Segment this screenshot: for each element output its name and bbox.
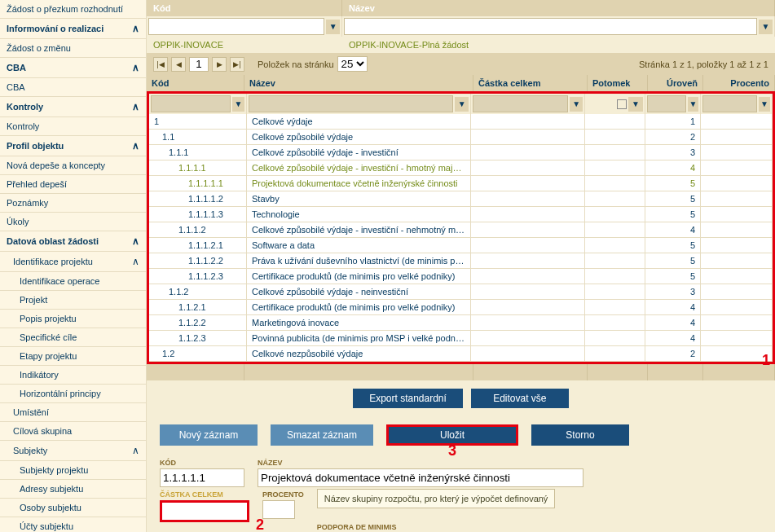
- table-row[interactable]: 1.1.2.3Povinná publicita (de minimis pro…: [149, 331, 773, 346]
- cell-kod: 1.1.1.2.2: [149, 253, 247, 268]
- col-filter-potomek-checkbox[interactable]: [617, 99, 627, 109]
- cell-castka: [471, 114, 585, 129]
- sidebar-item[interactable]: Subjekty projektu: [0, 461, 146, 480]
- cell-uroven: 5: [645, 176, 701, 191]
- col-filter-nazev[interactable]: [249, 95, 453, 112]
- sidebar-item[interactable]: Horizontální principy: [0, 385, 146, 403]
- col-filter-procento[interactable]: [702, 95, 757, 112]
- sidebar-item[interactable]: Umístění: [0, 403, 146, 422]
- cancel-button[interactable]: Storno: [531, 424, 629, 446]
- filter-funnel-icon[interactable]: ▼: [688, 97, 698, 112]
- filter-funnel-icon[interactable]: ▼: [759, 97, 770, 112]
- col-header-castka[interactable]: Částka celkem: [473, 75, 588, 91]
- col-filter-castka[interactable]: [473, 95, 568, 112]
- table-row[interactable]: 1.1.1.1.2Stavby5: [149, 191, 773, 207]
- sidebar-subheader[interactable]: Identifikace projektu∧: [0, 252, 146, 272]
- tooltip: Název skupiny rozpočtu, pro který je výp…: [317, 489, 556, 508]
- sidebar-item[interactable]: CBA: [0, 78, 146, 97]
- filter-funnel-icon[interactable]: ▼: [326, 20, 340, 34]
- sidebar-item[interactable]: Osoby subjektu: [0, 499, 146, 517]
- col-header-potomek[interactable]: Potomek: [588, 75, 648, 91]
- col-header-uroven[interactable]: Úroveň: [648, 75, 703, 91]
- sidebar-item[interactable]: Žádost o přezkum rozhodnutí: [0, 0, 146, 19]
- sidebar-item[interactable]: Identifikace operace: [0, 272, 146, 291]
- export-button[interactable]: Export standardní: [353, 389, 463, 408]
- sidebar-item[interactable]: Přehled depeší: [0, 175, 146, 194]
- form-section: KÓD NÁZEV ČÁSTKA CELKEM 2 PROCENTO: [147, 454, 775, 532]
- filter-input-nazev[interactable]: [344, 18, 757, 35]
- table-row[interactable]: 1.1.1Celkové způsobilé výdaje - investič…: [149, 145, 773, 160]
- result-link-kod[interactable]: OPPIK-INOVACE: [147, 37, 342, 53]
- sidebar-header-cba[interactable]: CBA∧: [0, 58, 146, 78]
- pager-last-button[interactable]: ▶|: [230, 57, 244, 72]
- cell-procento: [701, 130, 773, 144]
- delete-record-button[interactable]: Smazat záznam: [271, 424, 373, 446]
- col-filter-kod[interactable]: [151, 95, 231, 112]
- table-row[interactable]: 1.2Celkové nezpůsobilé výdaje2: [149, 346, 773, 362]
- table-row[interactable]: 1.1.1.1.1Projektová dokumentace včetně i…: [149, 176, 773, 191]
- filter-input-kod[interactable]: [148, 18, 324, 35]
- sidebar-header-datova[interactable]: Datová oblast žádosti∧: [0, 231, 146, 252]
- sidebar-item[interactable]: Účty subjektu: [0, 517, 146, 532]
- table-row[interactable]: 1.1.1.1.3Technologie5: [149, 207, 773, 222]
- cell-kod: 1.1.1.1.1: [149, 176, 247, 191]
- filter-funnel-icon[interactable]: ▼: [759, 20, 773, 34]
- result-link-nazev[interactable]: OPPIK-INOVACE-Plná žádost: [342, 37, 775, 53]
- cell-potomek: [585, 114, 645, 129]
- per-page-select[interactable]: 25: [337, 56, 368, 72]
- sidebar-item[interactable]: Nová depeše a koncepty: [0, 156, 146, 175]
- filter-funnel-icon[interactable]: ▼: [628, 97, 643, 112]
- filter-funnel-icon[interactable]: ▼: [232, 97, 244, 112]
- sidebar-item[interactable]: Projekt: [0, 291, 146, 310]
- form-input-castka[interactable]: [162, 503, 247, 520]
- pager-prev-button[interactable]: ◀: [171, 57, 186, 72]
- filter-funnel-icon[interactable]: ▼: [570, 97, 583, 112]
- cell-potomek: [585, 284, 645, 299]
- sidebar-item[interactable]: Indikátory: [0, 366, 146, 385]
- sidebar-item[interactable]: Kontroly: [0, 117, 146, 136]
- sidebar-item[interactable]: Popis projektu: [0, 310, 146, 328]
- pager-status: Stránka 1 z 1, položky 1 až 1 z 1: [639, 59, 768, 69]
- col-header-procento[interactable]: Procento: [703, 75, 775, 91]
- filter-funnel-icon[interactable]: ▼: [455, 97, 469, 112]
- table-row[interactable]: 1.1.2.2Marketingová inovace4: [149, 315, 773, 331]
- cell-uroven: 5: [645, 191, 701, 206]
- sidebar-header-kontroly[interactable]: Kontroly∧: [0, 97, 146, 117]
- table-row[interactable]: 1.1.1.2.1Software a data5: [149, 238, 773, 253]
- sidebar-item[interactable]: Etapy projektu: [0, 347, 146, 366]
- col-filter-uroven[interactable]: [647, 95, 686, 112]
- table-row[interactable]: 1.1.1.1Celkové způsobilé výdaje - invest…: [149, 160, 773, 176]
- form-input-procento[interactable]: [262, 500, 295, 519]
- table-row[interactable]: 1.1.1.2.2Práva k užívání duševního vlast…: [149, 253, 773, 269]
- form-input-nazev[interactable]: [258, 468, 583, 487]
- table-row[interactable]: 1.1.1.2Celkové způsobilé výdaje - invest…: [149, 222, 773, 238]
- cell-uroven: 3: [645, 284, 701, 299]
- pager-next-button[interactable]: ▶: [212, 57, 227, 72]
- table-row[interactable]: 1Celkové výdaje1: [149, 114, 773, 130]
- form-input-kod[interactable]: [160, 468, 244, 487]
- pager-first-button[interactable]: |◀: [153, 57, 168, 72]
- col-header-kod[interactable]: Kód: [147, 75, 244, 91]
- sidebar-item[interactable]: Úkoly: [0, 213, 146, 231]
- table-row[interactable]: 1.1.1.2.3Certifikace produktů (de minimi…: [149, 269, 773, 284]
- sidebar-header-profil[interactable]: Profil objektu∧: [0, 136, 146, 156]
- edit-all-button[interactable]: Editovat vše: [471, 389, 569, 408]
- sidebar-header-informovani[interactable]: Informování o realizaci∧: [0, 19, 146, 39]
- sidebar-subheader-subjekty[interactable]: Subjekty∧: [0, 441, 146, 461]
- sidebar-item[interactable]: Cílová skupina: [0, 422, 146, 441]
- table-row[interactable]: 1.1.2.1Certifikace produktů (de minimis …: [149, 300, 773, 315]
- new-record-button[interactable]: Nový záznam: [160, 424, 258, 446]
- table-row[interactable]: 1.1Celkové způsobilé výdaje2: [149, 130, 773, 145]
- sidebar-item[interactable]: Specifické cíle: [0, 328, 146, 347]
- col-header-nazev[interactable]: Název: [244, 75, 473, 91]
- cell-potomek: [585, 207, 645, 222]
- sidebar-item[interactable]: Poznámky: [0, 194, 146, 213]
- sidebar-item[interactable]: Adresy subjektu: [0, 480, 146, 499]
- table-header: Kód Název Částka celkem Potomek Úroveň P…: [147, 75, 775, 91]
- sidebar-item[interactable]: Žádost o změnu: [0, 39, 146, 58]
- cell-procento: [701, 160, 773, 175]
- chevron-up-icon: ∧: [132, 256, 139, 267]
- cell-procento: [701, 315, 773, 330]
- table-row[interactable]: 1.1.2Celkové způsobilé výdaje - neinvest…: [149, 284, 773, 300]
- pager-page-input[interactable]: [189, 57, 209, 72]
